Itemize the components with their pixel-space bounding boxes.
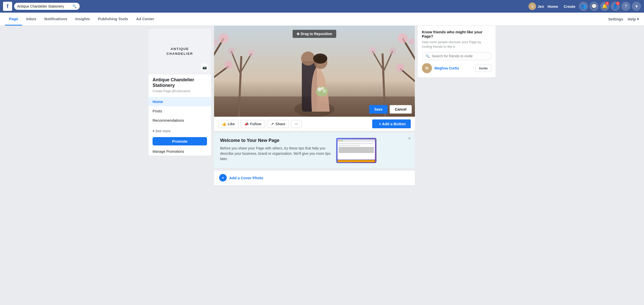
friends-panel-subtitle: Help more people discover your Page by i…: [422, 40, 491, 49]
chevron-down-icon: ▾: [635, 4, 638, 9]
follow-label: Follow: [250, 122, 261, 126]
save-cancel-row: Save Cancel: [369, 105, 412, 114]
profile-logo: ANTIQUE CHANDELIER: [166, 47, 193, 56]
facebook-logo: f: [3, 2, 12, 11]
friends-icon: 👥: [581, 4, 586, 9]
help-link[interactable]: Help ▾: [628, 17, 639, 21]
tab-inbox[interactable]: Inbox: [22, 13, 40, 26]
like-button[interactable]: 👍 Like: [218, 120, 239, 128]
add-a-button-btn[interactable]: + Add a Button: [372, 119, 411, 128]
tab-ad-center[interactable]: Ad Center: [132, 13, 158, 26]
sidebar-item-recommendations[interactable]: Recommendations: [149, 116, 211, 125]
main-layout: ANTIQUE CHANDELIER 📷 Antique Chandelier …: [145, 26, 499, 185]
see-more-label: ▾ See more: [153, 129, 171, 133]
more-options-button[interactable]: ···: [291, 120, 302, 128]
nav-right: J Jen Home Create 👥 💬 🔔 1 👤 1 ? ▾: [529, 2, 641, 11]
tab-notifications[interactable]: Notifications: [40, 13, 71, 26]
follow-button[interactable]: 📣 Follow: [241, 120, 265, 128]
notification-badge: 1: [605, 2, 609, 5]
welcome-illustration: [336, 138, 376, 163]
tab-insights[interactable]: Insights: [71, 13, 94, 26]
user-profile-btn[interactable]: J Jen: [529, 3, 544, 10]
create-nav-link[interactable]: Create: [562, 3, 577, 10]
dropdown-icon-btn[interactable]: ▾: [632, 2, 641, 11]
search-icon: 🔍: [72, 4, 77, 8]
friend-row: M Meghna Curtis Invite: [422, 63, 491, 73]
share-button[interactable]: ↗ Share: [267, 120, 289, 128]
user-name: Jen: [538, 4, 544, 9]
friend-request-badge: 1: [616, 2, 620, 5]
search-bar: 🔍: [14, 3, 80, 10]
drag-to-reposition-button[interactable]: ⊕ Drag to Reposition: [292, 30, 336, 38]
sidebar-item-home[interactable]: Home: [149, 97, 211, 106]
share-icon: ↗: [271, 122, 274, 126]
invite-button[interactable]: Invite: [475, 65, 491, 72]
messenger-icon-btn[interactable]: 💬: [590, 2, 599, 11]
avatar: J: [529, 3, 536, 10]
sidebar-nav: Home Posts Recommendations: [149, 95, 211, 127]
friends-panel-title: Know friends who might like your Page?: [422, 30, 491, 38]
page-profile-card: ANTIQUE CHANDELIER 📷 Antique Chandelier …: [149, 29, 211, 156]
add-button-label: + Add a Button: [379, 122, 406, 126]
save-button[interactable]: Save: [369, 105, 388, 114]
notifications-icon-btn[interactable]: 🔔 1: [600, 2, 609, 11]
page-action-bar: 👍 Like 📣 Follow ↗ Share ··· + Add a Butt…: [214, 117, 415, 131]
cover-photo: ⊕ Drag to Reposition Save Cancel: [214, 26, 415, 117]
camera-icon[interactable]: 📷: [200, 63, 209, 71]
add-cover-label: Add a Cover Photo: [229, 176, 263, 180]
search-input[interactable]: [17, 4, 70, 8]
help-icon-btn[interactable]: ?: [621, 2, 630, 11]
welcome-text: Welcome to Your New Page Before you shar…: [220, 138, 331, 162]
welcome-title: Welcome to Your New Page: [220, 138, 331, 143]
right-sidebar: Know friends who might like your Page? H…: [418, 26, 499, 185]
sidebar-item-posts[interactable]: Posts: [149, 106, 211, 116]
friend-avatar: M: [422, 63, 432, 73]
cover-photo-scene: [214, 26, 415, 117]
friends-icon-btn[interactable]: 👥: [579, 2, 588, 11]
add-cover-photo-row[interactable]: + Add a Cover Photo: [214, 170, 415, 185]
page-username[interactable]: Create Page @Username: [153, 89, 207, 93]
left-sidebar: ANTIQUE CHANDELIER 📷 Antique Chandelier …: [145, 26, 211, 185]
see-more-btn[interactable]: ▾ See more: [149, 127, 211, 135]
friend-name: Meghna Curtis: [434, 66, 473, 70]
page-name-section: Antique Chandelier Stationery Create Pag…: [149, 74, 211, 95]
thumbs-up-icon: 👍: [222, 122, 226, 126]
tab-publishing-tools[interactable]: Publishing Tools: [94, 13, 132, 26]
follow-icon: 📣: [244, 122, 249, 126]
welcome-body: Before you share your Page with others, …: [220, 146, 331, 162]
page-nav-right: Settings Help ▾: [606, 13, 639, 26]
main-content: ⊕ Drag to Reposition Save Cancel 👍 Like …: [211, 26, 418, 185]
more-icon: ···: [295, 122, 298, 126]
add-cover-icon: +: [219, 174, 227, 182]
page-name: Antique Chandelier Stationery: [153, 77, 207, 88]
manage-promotions-link[interactable]: Manage Promotions: [149, 147, 211, 156]
friend-search-icon: 🔍: [426, 54, 430, 58]
settings-link[interactable]: Settings: [606, 17, 626, 21]
question-mark-icon: ?: [625, 4, 627, 9]
friend-search: 🔍: [422, 52, 491, 60]
browser-illustration: [338, 139, 375, 160]
friends-panel: Know friends who might like your Page? H…: [418, 26, 495, 77]
like-label: Like: [228, 122, 235, 126]
messenger-icon: 💬: [591, 4, 597, 9]
profile-pic-area: ANTIQUE CHANDELIER 📷: [149, 29, 211, 74]
friend-search-input[interactable]: [432, 54, 488, 58]
friend-requests-icon-btn[interactable]: 👤 1: [611, 2, 620, 11]
page-nav: Page Inbox Notifications Insights Publis…: [0, 13, 644, 26]
welcome-panel: Welcome to Your New Page Before you shar…: [214, 133, 415, 168]
cover-photo-container: ⊕ Drag to Reposition Save Cancel 👍 Like …: [214, 26, 415, 131]
tab-page[interactable]: Page: [5, 13, 22, 26]
top-nav: f 🔍 J Jen Home Create 👥 💬 🔔 1 👤 1 ? ▾: [0, 0, 644, 13]
promote-button[interactable]: Promote: [153, 137, 207, 145]
cancel-button[interactable]: Cancel: [390, 105, 412, 114]
welcome-close-button[interactable]: ×: [408, 136, 411, 141]
share-label: Share: [275, 122, 285, 126]
home-nav-link[interactable]: Home: [546, 3, 560, 10]
